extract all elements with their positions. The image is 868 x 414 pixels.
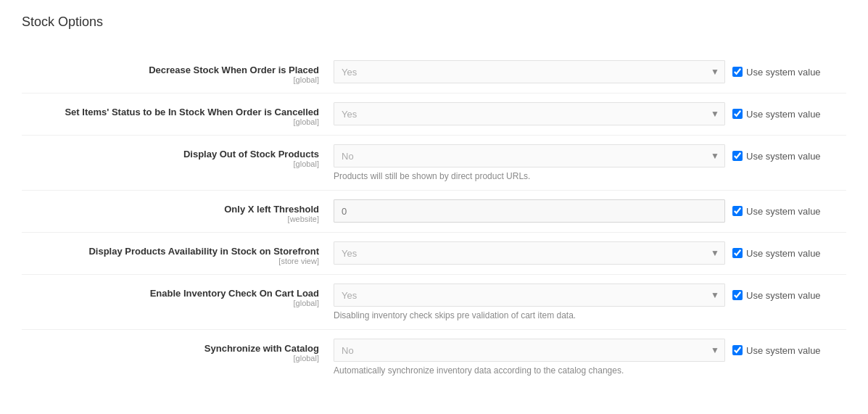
form-row-only-x-left: Only X left Threshold[website]Use system…: [22, 190, 846, 232]
use-system-label-only-x-left: Use system value: [746, 206, 821, 217]
hint-display-out-of-stock: Products will still be shown by direct p…: [334, 171, 846, 181]
label-cell-display-availability: Display Products Availability in Stock o…: [22, 241, 334, 265]
form-row-synchronize-catalog: Synchronize with Catalog[global]YesNo▼Us…: [22, 329, 846, 384]
system-value-synchronize-catalog: Use system value: [732, 345, 821, 356]
control-row-display-availability: YesNo▼Use system value: [334, 241, 846, 265]
use-system-checkbox-synchronize-catalog[interactable]: [732, 345, 743, 355]
label-only-x-left: Only X left Threshold: [22, 204, 319, 215]
use-system-checkbox-set-items-status[interactable]: [732, 109, 743, 119]
scope-set-items-status: [global]: [22, 117, 319, 126]
label-cell-set-items-status: Set Items' Status to be In Stock When Or…: [22, 102, 334, 126]
hint-synchronize-catalog: Automatically synchronize inventory data…: [334, 365, 846, 376]
form-row-inventory-check: Enable Inventory Check On Cart Load[glob…: [22, 274, 846, 329]
label-set-items-status: Set Items' Status to be In Stock When Or…: [22, 107, 319, 117]
use-system-label-decrease-stock: Use system value: [746, 67, 821, 78]
system-value-display-out-of-stock: Use system value: [732, 151, 821, 162]
control-row-inventory-check: YesNo▼Use system value: [334, 283, 846, 307]
system-value-set-items-status: Use system value: [732, 109, 821, 120]
system-value-only-x-left: Use system value: [732, 206, 821, 217]
select-wrapper-synchronize-catalog: YesNo▼: [334, 339, 725, 362]
input-only-x-left[interactable]: [334, 199, 725, 223]
use-system-label-inventory-check: Use system value: [746, 290, 821, 301]
system-value-inventory-check: Use system value: [732, 290, 821, 301]
label-synchronize-catalog: Synchronize with Catalog: [22, 343, 319, 354]
scope-display-availability: [store view]: [22, 257, 319, 265]
scope-only-x-left: [website]: [22, 215, 319, 223]
label-inventory-check: Enable Inventory Check On Cart Load: [22, 288, 319, 299]
control-cell-display-out-of-stock: YesNo▼Use system valueProducts will stil…: [334, 144, 846, 181]
label-cell-display-out-of-stock: Display Out of Stock Products[global]: [22, 144, 334, 168]
select-decrease-stock[interactable]: YesNo: [334, 60, 725, 83]
control-row-synchronize-catalog: YesNo▼Use system value: [334, 339, 846, 362]
system-value-display-availability: Use system value: [732, 248, 821, 259]
control-cell-decrease-stock: YesNo▼Use system value: [334, 60, 846, 83]
label-display-availability: Display Products Availability in Stock o…: [22, 246, 319, 257]
select-set-items-status[interactable]: YesNo: [334, 102, 725, 125]
select-inventory-check[interactable]: YesNo: [334, 283, 725, 307]
control-cell-display-availability: YesNo▼Use system value: [334, 241, 846, 265]
scope-synchronize-catalog: [global]: [22, 354, 319, 363]
select-wrapper-display-out-of-stock: YesNo▼: [334, 144, 725, 167]
hint-inventory-check: Disabling inventory check skips pre vali…: [334, 310, 846, 320]
use-system-label-display-availability: Use system value: [746, 248, 821, 259]
scope-decrease-stock: [global]: [22, 75, 319, 84]
scope-display-out-of-stock: [global]: [22, 160, 319, 168]
label-cell-only-x-left: Only X left Threshold[website]: [22, 199, 334, 223]
select-wrapper-display-availability: YesNo▼: [334, 241, 725, 265]
use-system-checkbox-inventory-check[interactable]: [732, 290, 743, 300]
control-row-set-items-status: YesNo▼Use system value: [334, 102, 846, 125]
use-system-checkbox-decrease-stock[interactable]: [732, 67, 743, 77]
form-row-set-items-status: Set Items' Status to be In Stock When Or…: [22, 93, 846, 135]
control-row-decrease-stock: YesNo▼Use system value: [334, 60, 846, 83]
control-cell-synchronize-catalog: YesNo▼Use system valueAutomatically sync…: [334, 339, 846, 376]
select-wrapper-set-items-status: YesNo▼: [334, 102, 725, 125]
system-value-decrease-stock: Use system value: [732, 67, 821, 78]
control-row-display-out-of-stock: YesNo▼Use system value: [334, 144, 846, 167]
scope-inventory-check: [global]: [22, 299, 319, 307]
form-row-decrease-stock: Decrease Stock When Order is Placed[glob…: [22, 51, 846, 93]
use-system-label-synchronize-catalog: Use system value: [746, 345, 821, 356]
label-display-out-of-stock: Display Out of Stock Products: [22, 149, 319, 160]
control-cell-set-items-status: YesNo▼Use system value: [334, 102, 846, 125]
control-cell-only-x-left: Use system value: [334, 199, 846, 223]
label-decrease-stock: Decrease Stock When Order is Placed: [22, 65, 319, 75]
control-row-only-x-left: Use system value: [334, 199, 846, 223]
stock-options-form: Decrease Stock When Order is Placed[glob…: [22, 51, 846, 384]
form-row-display-out-of-stock: Display Out of Stock Products[global]Yes…: [22, 135, 846, 190]
select-display-out-of-stock[interactable]: YesNo: [334, 144, 725, 167]
label-cell-decrease-stock: Decrease Stock When Order is Placed[glob…: [22, 60, 334, 84]
select-synchronize-catalog[interactable]: YesNo: [334, 339, 725, 362]
label-cell-synchronize-catalog: Synchronize with Catalog[global]: [22, 339, 334, 363]
use-system-checkbox-display-out-of-stock[interactable]: [732, 151, 743, 161]
use-system-checkbox-display-availability[interactable]: [732, 248, 743, 258]
select-display-availability[interactable]: YesNo: [334, 241, 725, 265]
control-cell-inventory-check: YesNo▼Use system valueDisabling inventor…: [334, 283, 846, 320]
use-system-label-display-out-of-stock: Use system value: [746, 151, 821, 162]
use-system-checkbox-only-x-left[interactable]: [732, 206, 743, 216]
select-wrapper-inventory-check: YesNo▼: [334, 283, 725, 307]
form-row-display-availability: Display Products Availability in Stock o…: [22, 232, 846, 274]
label-cell-inventory-check: Enable Inventory Check On Cart Load[glob…: [22, 283, 334, 307]
page-title: Stock Options: [22, 15, 846, 37]
use-system-label-set-items-status: Use system value: [746, 109, 821, 120]
select-wrapper-decrease-stock: YesNo▼: [334, 60, 725, 83]
